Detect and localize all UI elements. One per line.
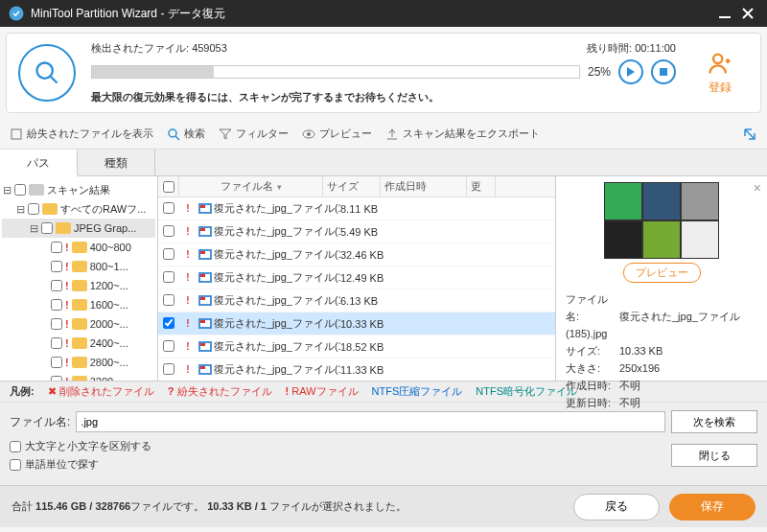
file-checkbox[interactable] [163,248,174,260]
tree-checkbox[interactable] [51,337,62,349]
tree-jpeg[interactable]: JPEG Grap... [74,222,136,234]
folder-tree[interactable]: ⊟スキャン結果 ⊟すべてのRAWフ... ⊟JPEG Grap... !400~… [0,176,158,381]
tree-folder[interactable]: 3200~... [90,376,128,381]
file-checkbox[interactable] [163,317,174,329]
tree-checkbox[interactable] [51,280,62,291]
tree-checkbox[interactable] [51,376,62,381]
svg-rect-4 [660,68,667,76]
svg-point-10 [307,132,311,136]
column-date[interactable]: 作成日時 [381,176,467,197]
svg-rect-17 [72,299,87,311]
scan-status-panel: 検出されたファイル: 459053 残り時間: 00:11:00 25% 最大限… [6,33,761,113]
minimize-button[interactable] [713,2,736,25]
file-checkbox[interactable] [163,202,174,214]
external-link-button[interactable] [742,127,757,142]
stop-button[interactable] [651,59,676,84]
file-name: 復元された_jpg_ファイル(1... [214,247,340,262]
file-row[interactable]: !復元された_jpg_ファイル(1...5.49 KB [158,220,555,243]
register-button[interactable]: 登録 [691,50,749,96]
column-name[interactable]: ファイル名 [179,176,323,197]
file-row[interactable]: !復元された_jpg_ファイル(1...12.49 KB [158,266,555,289]
file-row[interactable]: !復元された_jpg_ファイル(1...18.52 KB [158,335,555,359]
svg-rect-39 [200,320,205,323]
tree-folder[interactable]: 2400~... [90,337,128,349]
file-name: 復元された_jpg_ファイル(1... [214,339,340,354]
tree-folder[interactable]: 2800~... [90,357,128,368]
tree-folder[interactable]: 2000~... [90,318,128,330]
svg-rect-24 [200,205,205,208]
svg-rect-12 [42,203,58,215]
tree-checkbox[interactable] [51,357,62,368]
preview-size: 10.33 KB [619,345,662,357]
preview-dimensions: 250x196 [619,362,660,374]
file-size: 11.33 KB [340,364,398,376]
file-checkbox[interactable] [163,271,174,283]
resume-button[interactable] [618,59,643,84]
case-sensitive-checkbox[interactable]: 大文字と小文字を区別する [10,439,151,453]
file-name: 復元された_jpg_ファイル(1... [214,362,340,377]
tree-folder[interactable]: 1200~... [90,280,128,291]
tree-checkbox[interactable] [51,242,62,253]
search-button[interactable]: 検索 [167,127,205,141]
file-row[interactable]: !復元された_jpg_ファイル(1...8.11 KB [158,197,555,220]
tab-type[interactable]: 種類 [78,150,155,175]
register-label: 登録 [691,80,749,96]
search-close-button[interactable]: 閉じる [671,444,757,467]
save-button[interactable]: 保存 [669,494,755,520]
file-checkbox[interactable] [163,340,174,352]
toolbar: 紛失されたファイルを表示 検索 フィルター プレビュー スキャン結果をエクスポー… [0,119,767,150]
file-size: 32.46 KB [340,249,398,261]
find-next-button[interactable]: 次を検索 [671,410,757,433]
file-checkbox[interactable] [163,225,174,237]
svg-point-0 [10,7,24,21]
svg-rect-13 [56,222,71,234]
file-name: 復元された_jpg_ファイル(1... [214,201,340,216]
tree-checkbox[interactable] [41,222,53,234]
tree-checkbox[interactable] [28,203,39,215]
preview-close-button[interactable]: × [754,180,761,196]
file-row[interactable]: !復元された_jpg_ファイル(1...10.33 KB [158,312,555,335]
preview-button[interactable]: プレビュー [302,127,372,141]
tree-root[interactable]: スキャン結果 [47,183,110,197]
svg-point-7 [169,129,176,137]
select-all-checkbox[interactable] [163,181,174,193]
tree-folder[interactable]: 400~800 [90,242,131,253]
file-size: 12.49 KB [340,272,398,284]
search-panel: ファイル名: 次を検索 大文字と小文字を区別する 単語単位で探す 閉じる [0,403,767,485]
tree-raw[interactable]: すべてのRAWフ... [60,202,146,217]
file-name: 復元された_jpg_ファイル(1... [214,270,340,285]
file-name: 復元された_jpg_ファイル(1... [214,224,340,239]
svg-rect-36 [200,297,205,300]
file-row[interactable]: !復元された_jpg_ファイル(1...11.33 KB [158,359,555,381]
tree-folder[interactable]: 800~1... [90,261,128,272]
whole-word-checkbox[interactable]: 単語単位で探す [10,457,151,472]
svg-rect-42 [200,343,205,346]
preview-open-button[interactable]: プレビュー [623,263,701,283]
preview-panel: × プレビュー ファイル名:復元された_jpg_ファイル(185).jpg サイ… [556,176,767,381]
tree-folder[interactable]: 1600~... [90,299,128,311]
preview-updated: 不明 [619,397,640,408]
file-checkbox[interactable] [163,294,174,306]
tree-checkbox[interactable] [51,318,62,330]
export-button[interactable]: スキャン結果をエクスポート [385,127,540,141]
tab-path[interactable]: パス [0,150,78,176]
svg-rect-15 [72,261,87,272]
tree-checkbox[interactable] [51,299,62,311]
close-button[interactable] [736,2,759,25]
svg-rect-30 [200,251,205,254]
search-input[interactable] [76,411,665,432]
filter-button[interactable]: フィルター [219,127,289,141]
file-checkbox[interactable] [163,363,174,375]
svg-rect-18 [72,318,87,330]
show-lost-files-button[interactable]: 紛失されたファイルを表示 [10,127,153,141]
file-row[interactable]: !復元された_jpg_ファイル(1...32.46 KB [158,243,555,266]
column-size[interactable]: サイズ [323,176,381,197]
preview-created: 不明 [619,380,640,391]
back-button[interactable]: 戻る [573,494,660,520]
tree-checkbox[interactable] [51,261,62,272]
window-title: MiniTool Partition Wizard - データ復元 [31,6,713,22]
file-row[interactable]: !復元された_jpg_ファイル(1...6.13 KB [158,289,555,312]
tree-checkbox[interactable] [14,184,26,196]
column-updated[interactable]: 更 [467,176,496,197]
svg-rect-33 [200,274,205,277]
